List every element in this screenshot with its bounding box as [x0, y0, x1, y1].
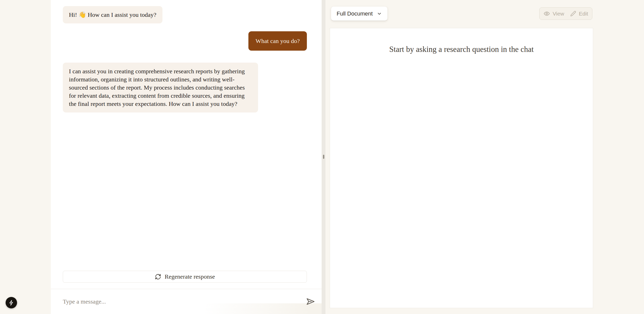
lightning-icon — [8, 300, 14, 306]
send-icon — [306, 297, 315, 306]
view-label: View — [553, 11, 564, 17]
view-edit-toggle: View Edit — [539, 7, 592, 20]
edit-button[interactable]: Edit — [570, 11, 588, 17]
assistant-message-text: Hi! 👋 How can I assist you today? — [69, 11, 156, 18]
regenerate-label: Regenerate response — [165, 273, 215, 280]
assistant-message: I can assist you in creating comprehensi… — [63, 63, 258, 112]
edit-label: Edit — [579, 11, 588, 17]
chat-panel: Hi! 👋 How can I assist you today? What c… — [51, 0, 322, 314]
chevron-down-icon — [377, 11, 382, 16]
chat-message-list: Hi! 👋 How can I assist you today? What c… — [51, 0, 322, 271]
user-message: What can you do? — [248, 31, 307, 51]
document-card: Start by asking a research question in t… — [330, 28, 593, 308]
panel-resize-handle[interactable] — [323, 155, 324, 159]
left-rail — [0, 0, 51, 314]
eye-icon — [544, 10, 550, 17]
assistant-message: Hi! 👋 How can I assist you today? — [63, 6, 162, 23]
document-empty-state: Start by asking a research question in t… — [330, 28, 593, 55]
document-mode-label: Full Document — [337, 10, 373, 17]
user-message-text: What can you do? — [256, 38, 300, 44]
assistant-message-text: I can assist you in creating comprehensi… — [69, 68, 245, 107]
regenerate-response-button[interactable]: Regenerate response — [63, 271, 307, 283]
view-button[interactable]: View — [544, 10, 564, 17]
refresh-icon — [155, 274, 161, 280]
app-root: Hi! 👋 How can I assist you today? What c… — [0, 0, 644, 314]
quick-actions-fab[interactable] — [6, 297, 17, 308]
message-input[interactable] — [63, 298, 304, 305]
panel-divider[interactable] — [322, 0, 325, 314]
document-mode-dropdown[interactable]: Full Document — [331, 7, 387, 21]
pencil-icon — [570, 11, 576, 17]
document-panel: Full Document View — [325, 0, 644, 314]
chat-footer: Regenerate response — [51, 271, 322, 289]
send-button[interactable] — [304, 295, 317, 308]
message-input-bar — [51, 289, 322, 314]
